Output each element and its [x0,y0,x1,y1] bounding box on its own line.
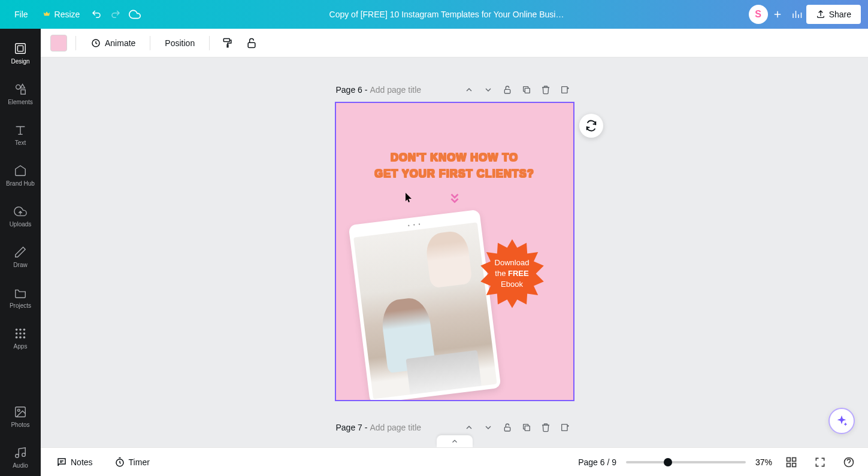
burst-line-1: Download [495,257,530,268]
lock-page-button[interactable] [499,81,516,98]
add-page-icon [560,85,570,95]
sidebar-label: Brand Hub [6,180,35,187]
duplicate-page-button[interactable] [518,81,535,98]
duplicate-page-button[interactable] [518,419,535,436]
upload-icon [816,10,825,19]
sidebar-item-elements[interactable]: Elements [0,74,41,113]
double-chevron-down-icon[interactable] [448,192,461,207]
headline-line-1: DON'T KNOW HOW TO [336,150,573,166]
page-6-canvas[interactable]: DON'T KNOW HOW TO GET YOUR FIRST CLIENTS… [335,102,574,401]
delete-page-button[interactable] [537,419,554,436]
svg-rect-26 [787,457,791,461]
lock-page-button[interactable] [499,419,516,436]
analytics-button[interactable] [787,5,806,24]
timer-button[interactable]: Timer [108,453,156,471]
animate-button[interactable]: Animate [84,34,141,52]
sidebar-item-uploads[interactable]: Uploads [0,196,41,235]
sidebar-item-draw[interactable]: Draw [0,237,41,275]
add-page-button[interactable] [557,81,573,98]
redo-button[interactable] [106,5,125,24]
help-icon [843,456,855,468]
sidebar-item-audio[interactable]: Audio [0,438,41,476]
photo-placeholder [353,222,497,399]
zoom-level[interactable]: 37% [755,457,772,467]
sidebar-item-text[interactable]: Text [0,115,41,153]
add-page-icon [560,423,570,432]
notes-button[interactable]: Notes [50,453,99,471]
chart-icon [791,9,802,20]
notes-icon [56,457,67,468]
add-page-button[interactable] [557,419,573,436]
svg-rect-28 [787,463,791,466]
regenerate-button[interactable] [579,114,603,138]
lock-button[interactable] [242,34,261,53]
sidebar-label: Audio [13,462,28,469]
svg-rect-17 [248,43,255,47]
move-up-button[interactable] [461,81,477,98]
separator [209,36,210,50]
sidebar-item-apps[interactable]: Apps [0,319,41,357]
audio-icon [13,445,28,460]
sidebar-item-design[interactable]: Design [0,34,41,72]
sync-status[interactable] [125,5,144,24]
collapse-panel-button[interactable] [437,435,473,447]
zoom-slider[interactable] [626,461,746,463]
svg-rect-22 [504,427,510,431]
sidebar-item-photos[interactable]: Photos [0,397,41,435]
animate-label: Animate [105,38,135,48]
sidebar-item-projects[interactable]: Projects [0,278,41,316]
page-title-placeholder[interactable]: Add page title [370,85,421,95]
burst-line-3: Ebook [501,279,523,290]
document-title[interactable]: Copy of [FREE] 10 Instagram Templates fo… [144,10,748,19]
draw-icon [13,245,28,259]
chevron-down-icon [483,423,493,432]
sidebar-label: Text [15,140,26,146]
file-menu[interactable]: File [7,6,35,23]
add-member-button[interactable] [768,5,787,24]
delete-page-button[interactable] [537,81,554,98]
animate-icon [90,38,101,48]
share-button[interactable]: Share [806,5,861,24]
svg-point-9 [23,332,26,335]
chevron-up-icon [464,423,474,432]
duplicate-icon [522,85,531,95]
svg-point-11 [19,336,22,338]
fullscreen-button[interactable] [810,453,830,472]
position-button[interactable]: Position [159,35,201,51]
svg-rect-18 [504,89,510,93]
move-up-button[interactable] [461,419,477,436]
grid-icon [785,456,797,468]
svg-rect-20 [561,87,567,93]
copy-style-button[interactable] [218,34,237,53]
resize-button[interactable]: Resize [35,6,87,23]
svg-point-2 [16,84,20,89]
lock-icon [246,37,258,49]
move-down-button[interactable] [480,81,497,98]
page-title-placeholder[interactable]: Add page title [370,423,421,432]
photos-icon [13,405,28,419]
cloud-icon [129,8,141,20]
timer-icon [114,457,125,468]
help-button[interactable] [839,453,858,472]
sidebar-label: Design [11,58,29,65]
headline-text[interactable]: DON'T KNOW HOW TO GET YOUR FIRST CLIENTS… [336,150,573,182]
elements-icon [13,82,28,96]
page-number: Page 6 - [336,85,368,95]
slider-thumb[interactable] [664,458,672,466]
user-avatar[interactable]: S [749,5,768,24]
magic-fab[interactable] [828,408,855,434]
page-number: Page 7 - [336,423,368,432]
trash-icon [541,85,551,95]
sidebar-label: Elements [8,99,33,105]
starburst-badge[interactable]: Download the FREE Ebook [476,238,548,310]
undo-button[interactable] [87,5,106,24]
page-indicator[interactable]: Page 6 / 9 [578,457,616,467]
canvas-area[interactable]: Page 6 - Add page title DON'T KNOW HOW T… [41,57,868,447]
svg-rect-16 [224,38,230,41]
svg-point-12 [23,336,26,338]
grid-view-button[interactable] [782,453,801,472]
move-down-button[interactable] [480,419,497,436]
color-swatch[interactable] [50,35,67,51]
page-7-header: Page 7 - Add page title [335,419,574,436]
sidebar-item-brand[interactable]: Brand Hub [0,156,41,194]
